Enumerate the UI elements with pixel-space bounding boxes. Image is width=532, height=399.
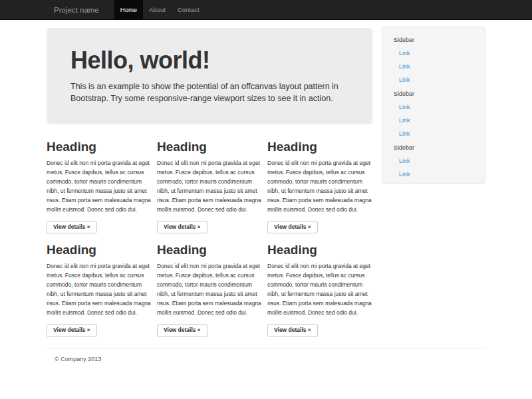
main-column: Hello, world! This is an example to show…	[47, 27, 372, 337]
card-body-text: Donec id elit non mi porta gravida at eg…	[157, 158, 262, 214]
sidebar-link[interactable]: Link	[399, 168, 485, 181]
article-card: Heading Donec id elit non mi porta gravi…	[267, 243, 372, 336]
sidebar-group-2: Sidebar Link Link Link	[382, 89, 485, 140]
brand-link[interactable]: Project name	[47, 0, 106, 19]
sidebar-link[interactable]: Link	[399, 100, 485, 114]
jumbotron-description: This is an example to show the potential…	[70, 80, 348, 104]
nav-item-contact[interactable]: Contact	[172, 0, 205, 19]
sidebar-link[interactable]: Link	[399, 47, 485, 60]
sidebar-link[interactable]: Link	[399, 154, 485, 168]
card-body-text: Donec id elit non mi porta gravida at eg…	[267, 261, 372, 317]
page-container: Hello, world! This is an example to show…	[47, 27, 485, 362]
card-heading: Heading	[47, 140, 152, 154]
view-details-button[interactable]: View details »	[157, 221, 207, 233]
card-body-text: Donec id elit non mi porta gravida at eg…	[47, 261, 152, 317]
sidebar-group-title: Sidebar	[394, 143, 485, 153]
page-footer: © Company 2013	[47, 348, 485, 362]
page-title: Hello, world!	[70, 47, 348, 74]
card-heading: Heading	[267, 243, 372, 257]
article-card: Heading Donec id elit non mi porta gravi…	[157, 140, 262, 233]
sidebar-link[interactable]: Link	[399, 73, 485, 86]
jumbotron: Hello, world! This is an example to show…	[47, 28, 372, 124]
copyright-text: © Company 2013	[55, 356, 485, 362]
card-heading: Heading	[47, 243, 152, 257]
view-details-button[interactable]: View details »	[157, 324, 207, 336]
article-card: Heading Donec id elit non mi porta gravi…	[47, 243, 152, 336]
nav-item-about[interactable]: About	[143, 0, 172, 19]
view-details-button[interactable]: View details »	[47, 221, 97, 233]
navbar: Project name Home About Contact	[0, 0, 532, 20]
card-heading: Heading	[157, 243, 262, 257]
sidebar-link[interactable]: Link	[399, 114, 485, 127]
sidebar-group-1: Sidebar Link Link Link	[382, 35, 485, 86]
view-details-button[interactable]: View details »	[267, 221, 318, 233]
cards-row-1: Heading Donec id elit non mi porta gravi…	[47, 140, 372, 233]
article-card: Heading Donec id elit non mi porta gravi…	[157, 243, 262, 336]
view-details-button[interactable]: View details »	[267, 324, 318, 336]
view-details-button[interactable]: View details »	[47, 324, 97, 336]
sidebar-group-3: Sidebar Link Link	[382, 143, 485, 181]
article-card: Heading Donec id elit non mi porta gravi…	[47, 140, 152, 233]
card-heading: Heading	[267, 140, 372, 154]
card-body-text: Donec id elit non mi porta gravida at eg…	[157, 261, 262, 317]
nav-menu: Home About Contact	[114, 0, 205, 19]
sidebar-link[interactable]: Link	[399, 127, 485, 140]
footer-divider	[47, 348, 485, 348]
article-card: Heading Donec id elit non mi porta gravi…	[267, 140, 372, 233]
card-heading: Heading	[157, 140, 262, 154]
content-row: Hello, world! This is an example to show…	[47, 27, 485, 337]
sidebar: Sidebar Link Link Link Sidebar Link Link…	[382, 27, 485, 184]
card-body-text: Donec id elit non mi porta gravida at eg…	[47, 158, 152, 214]
sidebar-group-title: Sidebar	[394, 35, 485, 45]
nav-item-home[interactable]: Home	[114, 0, 143, 19]
sidebar-column: Sidebar Link Link Link Sidebar Link Link…	[382, 27, 485, 337]
sidebar-group-title: Sidebar	[394, 89, 485, 99]
cards-row-2: Heading Donec id elit non mi porta gravi…	[47, 243, 372, 336]
card-body-text: Donec id elit non mi porta gravida at eg…	[267, 158, 372, 214]
sidebar-link[interactable]: Link	[399, 60, 485, 73]
navbar-container: Project name Home About Contact	[47, 0, 485, 19]
